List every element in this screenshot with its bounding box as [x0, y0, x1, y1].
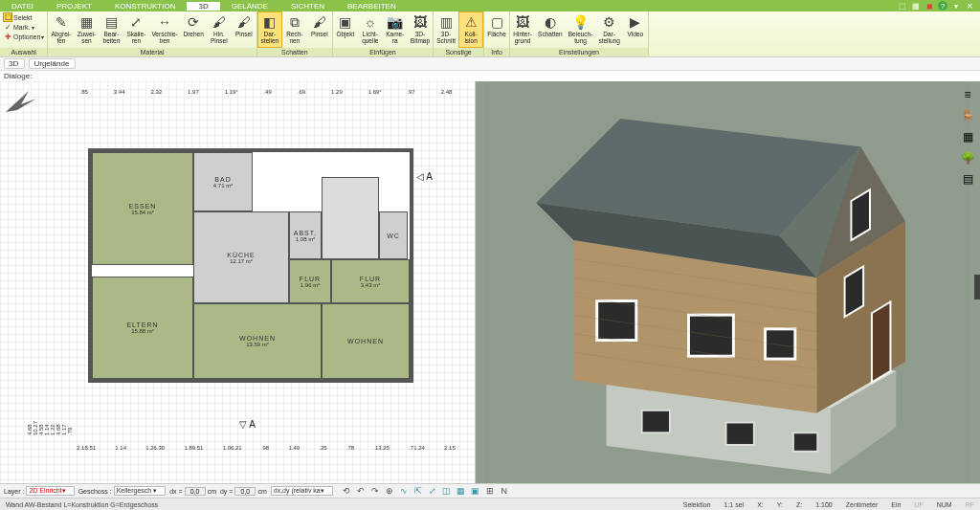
svg-marker-18 — [872, 302, 891, 383]
ribbon-kamera[interactable]: 📷Kame- ra — [383, 11, 408, 48]
room-wc[interactable]: WC — [379, 211, 408, 259]
tree-icon[interactable]: 🌳 — [960, 150, 975, 166]
svg-rect-11 — [597, 301, 636, 341]
ribbon-dschnitt[interactable]: ▥3D- Schnitt — [434, 11, 458, 48]
geschoss-select[interactable]: Kellergesch ▾ — [114, 486, 167, 496]
sidebar-handle[interactable] — [974, 275, 980, 299]
status-ein: Ein — [891, 501, 901, 508]
selekt-icon[interactable]: ☐ — [3, 12, 12, 22]
status-uf: UF — [914, 501, 923, 508]
dx-input[interactable]: 0,0 — [185, 487, 206, 496]
tab-gelaende[interactable]: GELÄNDE — [220, 2, 279, 11]
tool-icon-7[interactable]: ◫ — [441, 485, 453, 497]
floorplan[interactable]: ESSEN15.84 m²BAD4.71 m²KÜCHE12.17 m²ABST… — [88, 148, 413, 383]
ribbon-icon: ⤢ — [127, 13, 145, 31]
room-wohnen[interactable]: WOHNEN13.59 m² — [193, 303, 322, 379]
room-bad[interactable]: BAD4.71 m² — [193, 152, 253, 211]
ribbon-objekt[interactable]: ▣Objekt — [333, 11, 358, 48]
tool-icon-1[interactable]: ↶ — [355, 485, 367, 497]
close-icon[interactable]: ✕ — [965, 1, 974, 11]
ribbon-darstellen[interactable]: ◧Dar- stellen — [257, 11, 282, 48]
ribbon-beleuchtung[interactable]: 💡Beleuch- tung — [566, 11, 596, 48]
materials-icon[interactable]: ▦ — [960, 129, 975, 144]
layers-icon[interactable]: ≡ — [960, 87, 975, 102]
ribbon-group-einstellungen: 🖼Hinter- grund◐Schatten💡Beleuch- tung⚙Da… — [510, 11, 649, 56]
svg-rect-14 — [642, 410, 670, 432]
ribbon-drehen[interactable]: ⟳Drehen — [181, 11, 207, 48]
ribbon-group-material: ✎Abgrei- fen▦Zuwei- sen▤Bear- beiten⤢Ska… — [48, 11, 256, 56]
layer-label: Layer : — [4, 488, 24, 495]
breadcrumb-urgelaende[interactable]: Urgelände — [29, 58, 76, 69]
status-rf: RF — [966, 501, 974, 508]
ribbon-verschieben[interactable]: ↔Verschie- ben — [148, 11, 180, 48]
ribbon-flche[interactable]: ▢Fläche — [484, 11, 509, 48]
room-flur[interactable]: FLUR1.96 m² — [289, 259, 331, 303]
coord-mode-select[interactable]: dx,dy (relativ ka▾ — [271, 486, 333, 496]
titlebar-icon-3[interactable]: ◼ — [924, 1, 934, 11]
ribbon-icon: ☼ — [362, 13, 379, 31]
room-wohnen[interactable]: WOHNEN — [322, 303, 410, 379]
ribbon-skalieren[interactable]: ⤢Skalie- ren — [123, 11, 148, 48]
house-3d — [476, 81, 980, 483]
furniture-icon[interactable]: 🪑 — [960, 108, 975, 123]
titlebar-icon-2[interactable]: ▦ — [911, 1, 921, 11]
svg-rect-16 — [793, 432, 817, 452]
minimize-icon[interactable]: ▾ — [951, 1, 961, 11]
tool-icon-3[interactable]: ⊕ — [384, 485, 395, 497]
room-abst.[interactable]: ABST.1.08 m² — [289, 211, 322, 259]
layer-select[interactable]: 2D Einricht▾ — [26, 486, 74, 496]
breadcrumb-3d[interactable]: 3D — [4, 58, 25, 69]
dimensions-bottom: 2.18.511.141.26.301.89.511.06.21.981.49.… — [67, 445, 465, 451]
2d-view[interactable]: .853.442.321.971.19¹.49.691.291.69².972.… — [0, 81, 476, 483]
ribbon-group-info: ▢FlächeInfo — [484, 11, 510, 56]
mark-icon[interactable]: ✓ — [3, 22, 12, 32]
tool-icon-5[interactable]: ⇱ — [412, 485, 424, 497]
bottom-toolbar: Layer :2D Einricht▾ Geschoss :Kellergesc… — [0, 483, 980, 498]
room-eltern[interactable]: ELTERN15.88 m² — [92, 277, 193, 379]
tool-icon-2[interactable]: ↷ — [369, 485, 381, 497]
tab-bearbeiten[interactable]: BEARBEITEN — [336, 2, 408, 11]
ribbon-pinsel[interactable]: 🖌Pinsel — [232, 11, 256, 48]
room-essen[interactable]: ESSEN15.84 m² — [92, 152, 193, 265]
dy-input[interactable]: 0,0 — [234, 487, 256, 496]
ribbon-abgreifen[interactable]: ✎Abgrei- fen — [48, 11, 74, 48]
tool-icon-10[interactable]: ⊞ — [484, 485, 496, 497]
room-x[interactable] — [322, 177, 379, 259]
tab-konstruktion[interactable]: KONSTRUKTION — [103, 2, 188, 11]
ribbon-icon: ◧ — [261, 13, 278, 31]
status-z: Z: — [796, 501, 802, 508]
ribbon-darstellung[interactable]: ⚙Dar- stellung — [595, 11, 622, 48]
ribbon-icon: 🖌 — [211, 13, 228, 31]
tool-icon-8[interactable]: ▦ — [456, 485, 467, 497]
ribbon-rechnen[interactable]: ⧉Rech- nen — [282, 11, 307, 48]
ribbon-bearbeiten[interactable]: ▤Bear- beiten — [99, 11, 123, 48]
tool-icon-11[interactable]: N — [499, 485, 510, 497]
panel-icon[interactable]: ▤ — [960, 171, 975, 187]
optionen-icon[interactable]: ✚ — [3, 32, 12, 41]
ribbon-icon: 🖼 — [412, 13, 429, 31]
tab-datei[interactable]: DATEI — [0, 2, 45, 11]
tool-icon-6[interactable]: ⤢ — [427, 485, 438, 497]
tab-3d[interactable]: 3D — [187, 2, 219, 11]
titlebar-icon-1[interactable]: ⬚ — [898, 1, 907, 11]
ribbon-pinsel[interactable]: 🖌Pinsel — [307, 11, 332, 48]
ribbon-video[interactable]: ▶Video — [623, 11, 648, 48]
tool-icon-9[interactable]: ▣ — [470, 485, 481, 497]
room-küche[interactable]: KÜCHE12.17 m² — [193, 211, 289, 303]
ribbon-hinpinsel[interactable]: 🖌Hin. Pinsel — [207, 11, 232, 48]
ribbon-schatten[interactable]: ◐Schatten — [535, 11, 566, 48]
tool-icon-0[interactable]: ⟲ — [341, 485, 352, 497]
tab-projekt[interactable]: PROJEKT — [45, 2, 103, 11]
help-icon[interactable]: ? — [938, 1, 947, 11]
tool-icon-4[interactable]: ∿ — [398, 485, 410, 497]
ribbon-dbitmap[interactable]: 🖼3D- Bitmap — [408, 11, 433, 48]
ribbon-group-sonstige: ▥3D- Schnitt⚠Koll- isionSonstige — [434, 11, 484, 56]
3d-view[interactable]: ≡ 🪑 ▦ 🌳 ▤ — [476, 81, 980, 483]
ribbon-hintergrund[interactable]: 🖼Hinter- grund — [510, 11, 535, 48]
ribbon-lichtquelle[interactable]: ☼Licht- quelle — [358, 11, 383, 48]
ribbon-icon: ▣ — [337, 13, 354, 31]
tab-sichten[interactable]: SICHTEN — [279, 2, 336, 11]
ribbon-zuweisen[interactable]: ▦Zuwei- sen — [74, 11, 99, 48]
room-flur[interactable]: FLUR3.43 m² — [331, 259, 410, 303]
ribbon-kollision[interactable]: ⚠Koll- ision — [458, 11, 483, 48]
